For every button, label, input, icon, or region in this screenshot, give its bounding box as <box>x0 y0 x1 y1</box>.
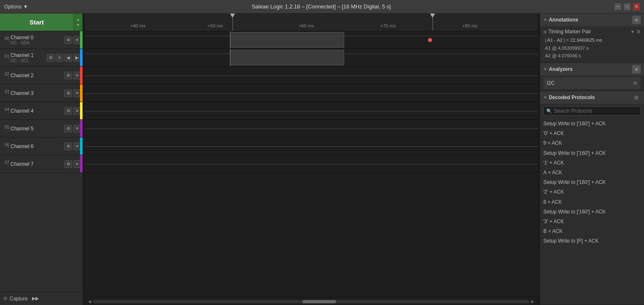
analyzers-collapse-icon[interactable]: ▼ <box>543 67 547 71</box>
decoded-protocols-section: ▼ Decoded Protocols ⚙ 🔍 Setup Write to [… <box>540 91 644 305</box>
signal-line-7 <box>85 164 538 165</box>
analyzer-i2c-settings[interactable]: ⚙ <box>633 81 637 86</box>
channel-label-1: Channel 1 <box>11 52 47 58</box>
decoded-protocols-collapse-icon[interactable]: ▼ <box>543 95 547 100</box>
channel-name-3: Channel 3 <box>11 90 64 96</box>
channel-sublabel-0: I2C - SDA <box>11 40 64 45</box>
channel-prev-1[interactable]: ◀ <box>64 54 72 62</box>
channel-dots: ⠿ <box>8 94 9 97</box>
annotations-add-button[interactable]: + <box>632 16 641 24</box>
scroll-track[interactable] <box>93 300 529 303</box>
channel-settings-3[interactable]: ⚙ <box>64 89 72 97</box>
marker-a1-triangle <box>230 13 235 18</box>
analyzers-add-button[interactable]: + <box>632 65 641 73</box>
analyzers-content: I2C ⚙ <box>540 76 644 91</box>
channel-controls-2: ⚙ ✕ <box>64 72 81 79</box>
decoded-protocols-header: ▼ Decoded Protocols ⚙ <box>540 91 644 104</box>
channel-settings-0[interactable]: ⚙ <box>64 36 72 44</box>
channel-color-bar-0 <box>80 31 83 49</box>
close-button[interactable]: ✕ <box>633 3 640 10</box>
cursor-line-1 <box>230 49 230 66</box>
protocol-item-10[interactable]: '3' + ACK <box>543 217 641 227</box>
scroll-right-arrow[interactable]: ▶ <box>529 299 536 304</box>
channel-label-2: Channel 2 <box>11 73 64 78</box>
waveform-row-4 <box>85 102 538 120</box>
channel-name-1: Channel 1 I2C - SCL <box>11 52 47 63</box>
channel-controls-3: ⚙ ✕ <box>64 89 81 97</box>
channel-settings-5[interactable]: ⚙ <box>64 125 72 132</box>
protocol-item-0[interactable]: Setup Write to ['160'] + ACK <box>543 119 641 129</box>
time-marker-2: +60 ms <box>299 23 314 28</box>
protocol-item-7[interactable]: '2' + ACK <box>543 187 641 197</box>
channel-settings-2[interactable]: ⚙ <box>64 72 72 79</box>
channel-number-label: 03 <box>5 89 9 94</box>
search-protocols-input[interactable] <box>554 108 638 114</box>
start-button[interactable]: Start <box>0 13 73 31</box>
channel-label-4: Channel 4 <box>11 108 64 114</box>
waveform-row-0 <box>85 31 538 49</box>
channel-number-label: 05 <box>5 125 9 130</box>
channel-controls-1: ⚙ ✕ ◀▶ <box>47 54 81 62</box>
waveform-highlight-1 <box>230 50 344 65</box>
channel-settings-4[interactable]: ⚙ <box>64 107 72 115</box>
channel-number-label: 00 <box>5 36 9 41</box>
channel-settings-6[interactable]: ⚙ <box>64 143 72 150</box>
channel-dots: ⠿ <box>8 130 9 132</box>
waveform-channels <box>85 31 538 297</box>
marker-a1-line <box>232 18 233 31</box>
protocol-item-11[interactable]: B + ACK <box>543 227 641 236</box>
annotations-collapse-icon[interactable]: ▼ <box>543 18 547 22</box>
scroll-thumb[interactable] <box>302 300 336 303</box>
annotations-content: ⊞ Timing Marker Pair ▼ ⚙ | A1 - A2 | = 2… <box>540 26 644 62</box>
protocol-item-8[interactable]: 8 + ACK <box>543 197 641 207</box>
signal-line-3 <box>85 93 538 94</box>
waveform-row-3 <box>85 84 538 102</box>
horizontal-scrollbar[interactable]: ◀ ▶ <box>85 297 538 305</box>
marker-a2[interactable] <box>430 13 435 31</box>
channel-num-5: 05 ⠿ <box>2 125 9 132</box>
channel-controls-5: ⚙ ✕ <box>64 125 81 132</box>
options-button[interactable]: Options ▼ <box>4 4 28 10</box>
channel-dots: ⠿ <box>8 112 9 114</box>
channel-controls-0: ⚙ ✕ <box>64 36 81 44</box>
analyzers-title: Analyzers <box>549 66 631 72</box>
timing-marker-row: ⊞ Timing Marker Pair ▼ ⚙ <box>543 29 641 35</box>
search-icon: 🔍 <box>546 108 552 114</box>
channel-settings-1[interactable]: ⚙ <box>47 54 54 62</box>
decoded-protocols-title: Decoded Protocols <box>549 94 631 100</box>
maximize-button[interactable]: □ <box>624 3 631 10</box>
protocol-item-5[interactable]: A + ACK <box>543 168 641 178</box>
search-box[interactable]: 🔍 <box>543 106 641 116</box>
timing-marker-dropdown[interactable]: ▼ <box>631 30 635 34</box>
protocol-item-2[interactable]: 9 + ACK <box>543 138 641 148</box>
decoded-protocols-settings[interactable]: ⚙ <box>632 93 641 102</box>
marker-a1[interactable] <box>230 13 235 31</box>
expand-icon[interactable]: ▶▶ <box>32 296 39 301</box>
minimize-button[interactable]: ─ <box>615 3 621 10</box>
capture-label[interactable]: Capture <box>10 296 28 302</box>
protocol-item-6[interactable]: Setup Write to ['160'] + ACK <box>543 178 641 187</box>
time-marker-1: +50 ms <box>208 23 223 28</box>
timing-marker-settings[interactable]: ⚙ <box>636 29 641 35</box>
protocol-item-1[interactable]: '0' + ACK <box>543 129 641 138</box>
protocol-item-4[interactable]: '1' + ACK <box>543 158 641 168</box>
timing-a2: A2 @ 4.076046 s <box>545 52 641 60</box>
channel-controls-4: ⚙ ✕ <box>64 107 81 115</box>
start-btn-row: Start ▲ ▼ <box>0 13 83 31</box>
signal-line-5 <box>85 129 538 129</box>
protocol-item-3[interactable]: Setup Write to ['160'] + ACK <box>543 148 641 158</box>
protocol-item-12[interactable]: Setup Write to [P] + ACK <box>543 236 641 246</box>
waveform-area: +40 ms+50 ms+60 ms+70 ms+80 ms <box>85 13 538 305</box>
channel-name-7: Channel 7 <box>11 161 64 167</box>
start-arrows-dropdown[interactable]: ▲ ▼ <box>73 13 83 31</box>
protocol-item-9[interactable]: Setup Write to ['160'] + ACK <box>543 207 641 217</box>
cursor-dot <box>428 38 432 42</box>
channel-close-1[interactable]: ✕ <box>56 54 63 62</box>
time-marker-tick-3 <box>380 29 381 31</box>
channel-row-1: 01 ⠿ Channel 1 I2C - SCL ⚙ ✕ ◀▶ <box>0 49 83 67</box>
channel-settings-7[interactable]: ⚙ <box>64 160 72 168</box>
channel-num-7: 07 ⠿ <box>2 160 9 167</box>
scroll-left-arrow[interactable]: ◀ <box>86 299 93 304</box>
annotations-header: ▼ Annotations + <box>540 13 644 26</box>
annotations-section: ▼ Annotations + ⊞ Timing Marker Pair ▼ ⚙… <box>540 13 644 63</box>
